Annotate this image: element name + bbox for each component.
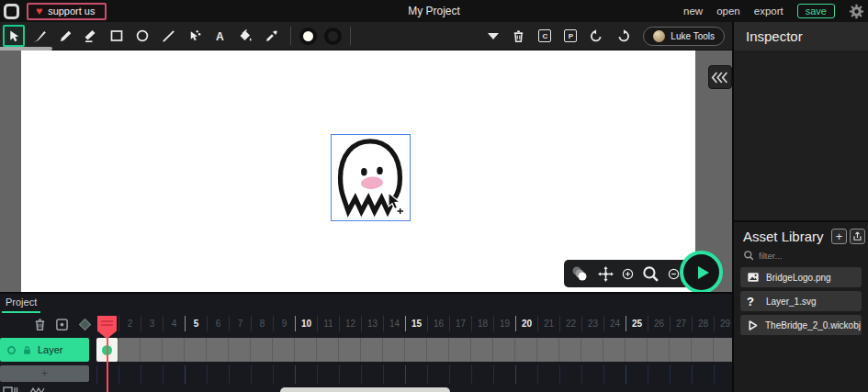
zoom-out-button[interactable] (668, 268, 680, 280)
frame-size-icon[interactable] (3, 386, 18, 392)
layer-frame-cell[interactable] (207, 338, 229, 362)
layer-frame-cell[interactable] (405, 338, 427, 362)
layer-frame-cell[interactable] (515, 338, 537, 362)
cursor-tool[interactable] (3, 25, 25, 47)
collapse-panel-button[interactable] (708, 65, 732, 89)
layer-frame-cell[interactable] (427, 338, 449, 362)
frame-number-4[interactable]: 4 (163, 316, 185, 331)
asset-item[interactable]: TheBridge_2_0.wickobj (740, 315, 862, 335)
onion-skin-button[interactable] (55, 318, 69, 331)
layer-frame-cell[interactable] (692, 338, 714, 362)
frame-number-11[interactable]: 11 (317, 316, 339, 331)
frame-number-19[interactable]: 19 (493, 316, 515, 331)
path-cursor-tool[interactable] (183, 25, 205, 47)
layer-frame-cell[interactable] (317, 338, 339, 362)
upload-asset-button[interactable] (850, 229, 865, 244)
zoom-in-button[interactable] (622, 268, 634, 280)
add-asset-button[interactable]: + (831, 229, 847, 244)
layer-lock-icon[interactable] (22, 345, 32, 355)
frame-number-23[interactable]: 23 (581, 316, 603, 331)
frame-number-2[interactable]: 2 (118, 316, 141, 331)
frame-number-24[interactable]: 24 (603, 316, 626, 331)
layer-frame-cell[interactable] (648, 338, 670, 362)
frame-number-13[interactable]: 13 (361, 316, 383, 331)
layer-frame-cell[interactable] (670, 338, 692, 362)
rectangle-tool[interactable] (106, 25, 128, 47)
asset-item[interactable]: BridgeLogo.png (740, 267, 862, 287)
layer-frame-cell[interactable] (295, 338, 317, 362)
layer-frame-cell[interactable] (383, 338, 405, 362)
frame-number-28[interactable]: 28 (692, 316, 714, 331)
frame-number-29[interactable]: 29 (714, 316, 732, 331)
frame-number-21[interactable]: 21 (537, 316, 559, 331)
asset-filter-input[interactable] (759, 251, 851, 261)
add-keyframe-diamond-icon[interactable] (77, 317, 93, 332)
timeline-scrollbar[interactable] (280, 387, 450, 392)
layer-frame-cell[interactable] (559, 338, 581, 362)
layer-frame-cell[interactable] (339, 338, 361, 362)
frame-number-27[interactable]: 27 (670, 316, 692, 331)
magnifier-icon[interactable] (642, 265, 659, 283)
frame-number-3[interactable]: 3 (141, 316, 163, 331)
support-us-button[interactable]: ♥ support us (27, 3, 107, 20)
asset-item[interactable]: ?Layer_1.svg (740, 291, 862, 311)
save-button[interactable]: save (797, 4, 835, 18)
fill-bucket-tool[interactable] (234, 25, 256, 47)
fill-color-swatch[interactable] (299, 28, 317, 45)
eraser-tool[interactable] (80, 25, 102, 47)
layer-frame-cell[interactable] (251, 338, 273, 362)
layer-visibility-icon[interactable] (6, 345, 17, 355)
frame-number-6[interactable]: 6 (207, 316, 229, 331)
onion-skin-range-icon[interactable] (29, 386, 46, 392)
frames-track[interactable]: 2345678910111213141516171819202122232425… (96, 316, 732, 392)
frame-number-5[interactable]: 5 (185, 316, 207, 331)
layer-frame-cell[interactable] (603, 338, 626, 362)
eyedropper-tool[interactable] (260, 25, 282, 47)
tab-project[interactable]: Project (6, 297, 37, 308)
frame-number-25[interactable]: 25 (626, 316, 648, 331)
frame-number-7[interactable]: 7 (229, 316, 251, 331)
layer-frame-cell[interactable] (141, 338, 163, 362)
layer-frame-cell[interactable] (118, 338, 141, 362)
ellipse-tool[interactable] (131, 25, 153, 47)
redo-button[interactable] (616, 29, 630, 43)
stroke-color-swatch[interactable] (324, 28, 342, 45)
layer-frame-cell[interactable] (714, 338, 732, 362)
frame-number-22[interactable]: 22 (559, 316, 581, 331)
frame-number-16[interactable]: 16 (427, 316, 449, 331)
layer-frame-cell[interactable] (273, 338, 295, 362)
open-button[interactable]: open (716, 6, 740, 17)
layer-row-label[interactable]: Layer (0, 338, 89, 362)
line-tool[interactable] (157, 25, 179, 47)
chevron-down-icon[interactable] (488, 33, 499, 39)
delete-button[interactable] (512, 29, 525, 43)
layer-frame-cell[interactable] (471, 338, 493, 362)
undo-button[interactable] (590, 29, 603, 43)
pencil-tool[interactable] (54, 25, 76, 47)
copy-button[interactable]: C (538, 29, 551, 42)
frame-number-18[interactable]: 18 (471, 316, 493, 331)
frame-number-10[interactable]: 10 (295, 316, 317, 331)
frame-number-15[interactable]: 15 (405, 316, 427, 331)
text-tool[interactable]: A (209, 25, 231, 47)
settings-gear-icon[interactable] (849, 4, 864, 19)
add-layer-button[interactable]: + (0, 365, 89, 382)
new-button[interactable]: new (683, 6, 703, 17)
layer-frame-cell[interactable] (229, 338, 251, 362)
frame-number-12[interactable]: 12 (339, 316, 361, 331)
canvas-area[interactable] (0, 50, 732, 292)
brush-size-preview-icon[interactable] (571, 265, 590, 282)
luke-tools-button[interactable]: Luke Tools (643, 27, 725, 46)
export-button[interactable]: export (754, 6, 783, 17)
frame-number-14[interactable]: 14 (383, 316, 405, 331)
layer-frame-cell[interactable] (537, 338, 559, 362)
layer-frame-cell[interactable] (581, 338, 603, 362)
layer-frame-cell[interactable] (163, 338, 185, 362)
layer-frame-cell[interactable] (361, 338, 383, 362)
brush-tool[interactable] (28, 25, 51, 47)
delete-frame-button[interactable] (33, 318, 47, 331)
layer-frame-cell[interactable] (449, 338, 471, 362)
layer-frame-cell[interactable] (185, 338, 207, 362)
frame-number-17[interactable]: 17 (449, 316, 471, 331)
frame-number-9[interactable]: 9 (273, 316, 295, 331)
